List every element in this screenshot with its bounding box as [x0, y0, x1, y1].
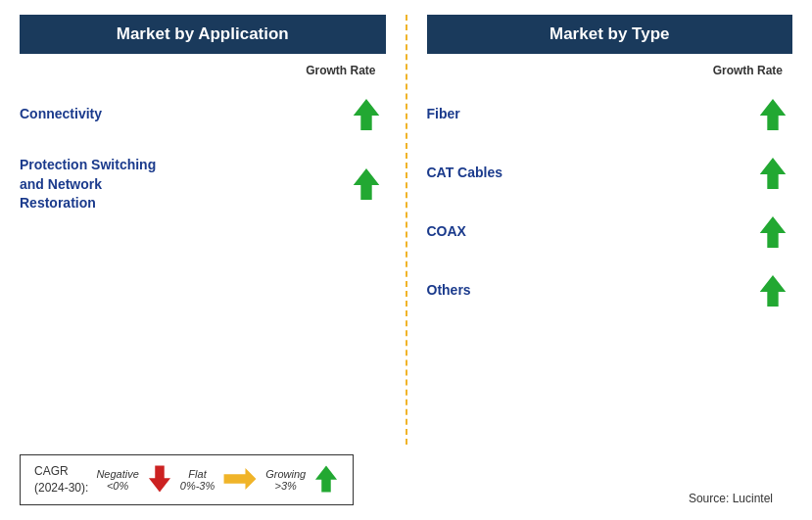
others-label: Others — [427, 281, 754, 301]
divider — [406, 15, 407, 445]
fiber-arrow — [753, 97, 792, 132]
protection-row: Protection Switchingand NetworkRestorati… — [20, 144, 386, 225]
negative-value: <0% — [107, 480, 128, 492]
cat-cables-row: CAT Cables — [427, 144, 793, 203]
others-row: Others — [427, 261, 793, 320]
right-panel: Market by Type Growth Rate Fiber CAT Cab… — [417, 15, 793, 445]
others-arrow — [753, 273, 792, 308]
flat-label: Flat — [188, 468, 206, 480]
coax-arrow — [753, 214, 792, 250]
fiber-row: Fiber — [427, 85, 793, 144]
page-container: Market by Application Growth Rate Connec… — [0, 0, 812, 520]
cat-cables-arrow — [753, 156, 792, 191]
flat-arrow-icon — [222, 466, 258, 495]
growing-value: >3% — [275, 480, 297, 492]
protection-arrow — [347, 166, 386, 202]
up-arrow-icon-2 — [351, 166, 382, 202]
protection-label: Protection Switchingand NetworkRestorati… — [20, 156, 347, 213]
svg-marker-5 — [760, 275, 787, 307]
left-panel: Market by Application Growth Rate Connec… — [20, 15, 396, 445]
cat-up-arrow-icon — [757, 156, 788, 191]
right-panel-header: Market by Type — [427, 15, 793, 54]
coax-up-arrow-icon — [757, 214, 788, 250]
fiber-label: Fiber — [427, 105, 754, 124]
up-arrow-icon — [351, 97, 382, 132]
coax-label: COAX — [427, 222, 754, 242]
legend-flat: Flat 0%-3% — [180, 468, 215, 492]
svg-marker-6 — [149, 465, 170, 492]
legend-cagr-label: CAGR (2024-30): — [34, 463, 88, 496]
growing-label: Growing — [265, 468, 306, 480]
svg-marker-1 — [353, 168, 379, 200]
source-text: Source: Lucintel — [689, 492, 792, 505]
flat-value: 0%-3% — [180, 480, 215, 492]
right-growth-rate-label: Growth Rate — [427, 64, 793, 77]
svg-marker-0 — [353, 99, 379, 130]
svg-marker-4 — [760, 216, 787, 248]
negative-arrow-icon — [147, 464, 172, 496]
negative-label: Negative — [96, 468, 138, 480]
svg-marker-3 — [760, 158, 787, 189]
right-panel-header-text: Market by Type — [549, 24, 670, 43]
legend-growing: Growing >3% — [265, 468, 306, 492]
legend-box: CAGR (2024-30): Negative <0% Flat 0%-3% — [20, 454, 354, 505]
legend-negative: Negative <0% — [96, 468, 138, 492]
left-growth-rate-label: Growth Rate — [20, 64, 386, 77]
main-content: Market by Application Growth Rate Connec… — [20, 15, 792, 445]
fiber-up-arrow-icon — [757, 97, 788, 132]
coax-row: COAX — [427, 203, 793, 261]
svg-marker-8 — [315, 465, 337, 492]
growing-arrow-icon — [313, 464, 339, 496]
left-panel-header: Market by Application — [20, 15, 386, 54]
connectivity-label: Connectivity — [20, 105, 347, 124]
connectivity-arrow — [347, 97, 386, 132]
svg-marker-2 — [760, 99, 787, 130]
connectivity-row: Connectivity — [20, 85, 386, 144]
svg-marker-7 — [224, 468, 257, 490]
bottom-row: CAGR (2024-30): Negative <0% Flat 0%-3% — [20, 454, 792, 505]
cat-cables-label: CAT Cables — [427, 164, 754, 183]
others-up-arrow-icon — [757, 273, 788, 308]
